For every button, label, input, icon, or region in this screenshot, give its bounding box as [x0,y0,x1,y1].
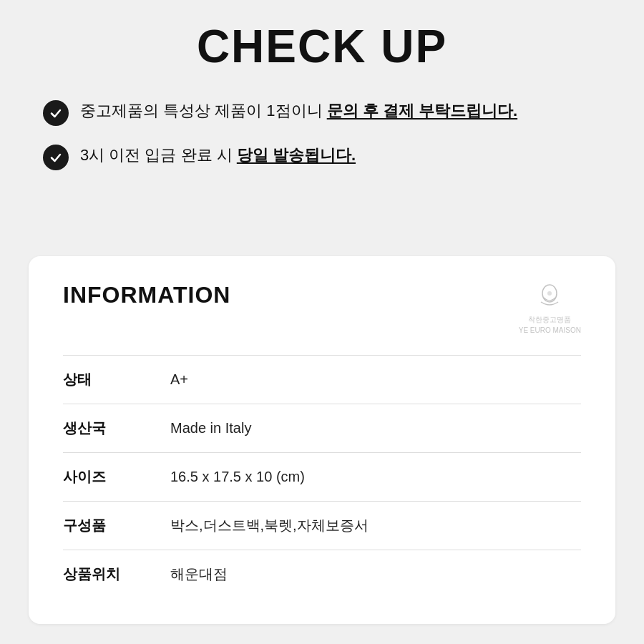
info-label-location: 상품위치 [63,565,142,584]
check-text-1: 중고제품의 특성상 제품이 1점이니 문의 후 결제 부탁드립니다. [80,99,517,122]
top-section: CHECK UP 중고제품의 특성상 제품이 1점이니 문의 후 결제 부탁드립… [0,0,644,213]
checkmark-icon-1 [43,100,69,126]
check-item-2: 3시 이전 입금 완료 시 당일 발송됩니다. [43,143,601,170]
info-row-components: 구성품 박스,더스트백,북렛,자체보증서 [63,501,581,550]
info-label-size: 사이즈 [63,467,142,487]
info-value-size: 16.5 x 17.5 x 10 (cm) [170,469,305,485]
info-header: INFORMATION 착한중고명품 YE EURO MAISON [63,282,581,335]
checkmark-icon-2 [43,145,69,170]
info-row-status: 상태 A+ [63,355,581,404]
info-card: INFORMATION 착한중고명품 YE EURO MAISON 상태 A+ … [29,256,615,624]
info-label-country: 생산국 [63,419,142,438]
brand-logo-svg [534,282,565,313]
info-value-country: Made in Italy [170,420,251,436]
svg-point-1 [547,291,552,296]
spacer [0,213,644,256]
info-row-size: 사이즈 16.5 x 17.5 x 10 (cm) [63,452,581,501]
info-section-title: INFORMATION [63,282,230,308]
brand-logo-sub: YE EURO MAISON [519,326,581,335]
brand-logo-name: 착한중고명품 [528,315,571,324]
check-item-1: 중고제품의 특성상 제품이 1점이니 문의 후 결제 부탁드립니다. [43,99,601,126]
brand-logo: 착한중고명품 YE EURO MAISON [519,282,581,335]
info-label-components: 구성품 [63,516,142,535]
info-label-status: 상태 [63,370,142,389]
page-title: CHECK UP [43,20,601,73]
check-text-2: 3시 이전 입금 완료 시 당일 발송됩니다. [80,143,356,167]
info-row-location: 상품위치 해운대점 [63,550,581,598]
info-value-components: 박스,더스트백,북렛,자체보증서 [170,516,369,535]
info-section: INFORMATION 착한중고명품 YE EURO MAISON 상태 A+ … [0,256,644,644]
info-rows-container: 상태 A+ 생산국 Made in Italy 사이즈 16.5 x 17.5 … [63,355,581,598]
info-value-status: A+ [170,371,188,388]
info-row-country: 생산국 Made in Italy [63,404,581,452]
info-value-location: 해운대점 [170,565,228,584]
